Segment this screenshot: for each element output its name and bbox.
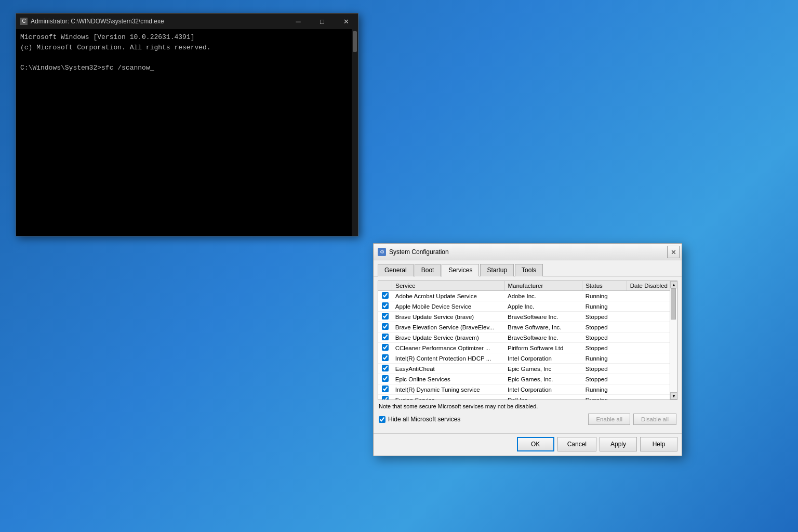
row-checkbox-cell xyxy=(378,312,392,322)
syscfg-tabs: General Boot Services Startup Tools xyxy=(374,260,682,276)
system-config-window: ⚙ System Configuration ✕ General Boot Se… xyxy=(373,243,682,456)
cmd-window: C Administrator: C:\WINDOWS\system32\cmd… xyxy=(16,13,358,236)
table-row: Adobe Acrobat Update Service Adobe Inc. … xyxy=(378,291,677,301)
service-checkbox[interactable] xyxy=(382,323,389,330)
row-checkbox-cell xyxy=(378,395,392,401)
cmd-scrollbar[interactable] xyxy=(352,29,358,236)
bottom-controls: Hide all Microsoft services Enable all D… xyxy=(378,411,677,429)
service-manufacturer: Epic Games, Inc xyxy=(504,364,582,374)
services-note: Note that some secure Microsoft services… xyxy=(378,400,677,411)
table-row: Intel(R) Content Protection HDCP ... Int… xyxy=(378,353,677,364)
hide-ms-services-text: Hide all Microsoft services xyxy=(388,416,460,423)
service-checkbox[interactable] xyxy=(382,354,389,361)
table-row: Brave Update Service (bravem) BraveSoftw… xyxy=(378,332,677,343)
row-checkbox-cell xyxy=(378,374,392,384)
row-checkbox-cell xyxy=(378,384,392,395)
col-header-checkbox xyxy=(378,281,392,291)
service-status: Stopped xyxy=(582,322,627,332)
service-checkbox[interactable] xyxy=(382,365,389,371)
table-scrollbar[interactable]: ▲ ▼ xyxy=(670,281,677,400)
service-name: Brave Update Service (brave) xyxy=(392,312,504,322)
services-table: Service Manufacturer Status Date Disable… xyxy=(378,281,677,400)
table-row: Epic Online Services Epic Games, Inc. St… xyxy=(378,374,677,384)
service-checkbox[interactable] xyxy=(382,375,389,382)
help-button[interactable]: Help xyxy=(640,437,677,451)
cmd-minimize-button[interactable]: ─ xyxy=(286,14,310,29)
service-name: Intel(R) Dynamic Tuning service xyxy=(392,384,504,395)
tab-tools[interactable]: Tools xyxy=(515,264,543,276)
table-scroll-thumb[interactable] xyxy=(671,288,676,320)
service-checkbox[interactable] xyxy=(382,334,389,340)
table-row: Apple Mobile Device Service Apple Inc. R… xyxy=(378,301,677,312)
service-name: Fusion Service xyxy=(392,395,504,401)
cmd-icon: C xyxy=(20,18,28,25)
service-name: Epic Online Services xyxy=(392,374,504,384)
apply-button[interactable]: Apply xyxy=(600,437,637,451)
table-row: Fusion Service Dell Inc. Running xyxy=(378,395,677,401)
service-checkbox[interactable] xyxy=(382,344,389,351)
table-row: Intel(R) Dynamic Tuning service Intel Co… xyxy=(378,384,677,395)
row-checkbox-cell xyxy=(378,364,392,374)
table-scroll-down[interactable]: ▼ xyxy=(670,392,677,400)
cmd-maximize-button[interactable]: □ xyxy=(310,14,334,29)
col-header-manufacturer: Manufacturer xyxy=(504,281,582,291)
service-manufacturer: Piriform Software Ltd xyxy=(504,343,582,353)
service-manufacturer: Intel Corporation xyxy=(504,384,582,395)
service-manufacturer: Brave Software, Inc. xyxy=(504,322,582,332)
service-status: Stopped xyxy=(582,332,627,343)
row-checkbox-cell xyxy=(378,332,392,343)
tab-general[interactable]: General xyxy=(378,264,414,276)
row-checkbox-cell xyxy=(378,343,392,353)
service-status: Running xyxy=(582,353,627,364)
cmd-close-button[interactable]: ✕ xyxy=(334,14,358,29)
tab-boot[interactable]: Boot xyxy=(415,264,441,276)
service-status: Stopped xyxy=(582,374,627,384)
service-status: Running xyxy=(582,395,627,401)
table-row: CCleaner Performance Optimizer ... Pirif… xyxy=(378,343,677,353)
cancel-button[interactable]: Cancel xyxy=(557,437,596,451)
service-checkbox[interactable] xyxy=(382,385,389,392)
service-checkbox[interactable] xyxy=(382,292,389,299)
hide-ms-services-checkbox[interactable] xyxy=(379,416,385,423)
row-checkbox-cell xyxy=(378,291,392,301)
service-manufacturer: Apple Inc. xyxy=(504,301,582,312)
ok-button[interactable]: OK xyxy=(517,437,554,451)
service-status: Running xyxy=(582,291,627,301)
cmd-line2: (c) Microsoft Corporation. All rights re… xyxy=(20,43,354,53)
cmd-body: Microsoft Windows [Version 10.0.22631.43… xyxy=(16,29,358,236)
service-status: Stopped xyxy=(582,364,627,374)
syscfg-close-button[interactable]: ✕ xyxy=(667,246,680,258)
service-name: Intel(R) Content Protection HDCP ... xyxy=(392,353,504,364)
cmd-scrollbar-thumb[interactable] xyxy=(353,31,357,52)
tab-startup[interactable]: Startup xyxy=(480,264,514,276)
syscfg-content: Service Manufacturer Status Date Disable… xyxy=(374,276,682,433)
row-checkbox-cell xyxy=(378,322,392,332)
services-table-container: Service Manufacturer Status Date Disable… xyxy=(378,281,677,400)
dialog-buttons: OK Cancel Apply Help xyxy=(374,433,682,456)
tab-services[interactable]: Services xyxy=(442,264,479,276)
enable-all-button[interactable]: Enable all xyxy=(588,414,630,425)
service-status: Stopped xyxy=(582,312,627,322)
cmd-line1: Microsoft Windows [Version 10.0.22631.43… xyxy=(20,32,354,43)
service-name: Adobe Acrobat Update Service xyxy=(392,291,504,301)
service-checkbox[interactable] xyxy=(382,302,389,309)
service-manufacturer: Dell Inc. xyxy=(504,395,582,401)
cmd-titlebar: C Administrator: C:\WINDOWS\system32\cmd… xyxy=(16,14,358,29)
syscfg-icon: ⚙ xyxy=(378,248,386,256)
table-scroll-track xyxy=(670,288,677,392)
cmd-prompt[interactable]: C:\Windows\System32>sfc /scannow_ xyxy=(20,63,354,73)
right-buttons: Enable all Disable all xyxy=(588,414,676,425)
table-scroll-up[interactable]: ▲ xyxy=(670,281,677,288)
service-checkbox[interactable] xyxy=(382,396,389,400)
service-name: Brave Elevation Service (BraveElev... xyxy=(392,322,504,332)
row-checkbox-cell xyxy=(378,301,392,312)
hide-ms-services-label[interactable]: Hide all Microsoft services xyxy=(379,416,460,423)
disable-all-button[interactable]: Disable all xyxy=(633,414,676,425)
table-row: EasyAntiCheat Epic Games, Inc Stopped xyxy=(378,364,677,374)
col-header-service: Service xyxy=(392,281,504,291)
cmd-controls: ─ □ ✕ xyxy=(286,14,358,29)
service-checkbox[interactable] xyxy=(382,313,389,320)
service-status: Running xyxy=(582,384,627,395)
syscfg-title: System Configuration xyxy=(389,248,449,256)
cmd-title: Administrator: C:\WINDOWS\system32\cmd.e… xyxy=(31,18,164,25)
